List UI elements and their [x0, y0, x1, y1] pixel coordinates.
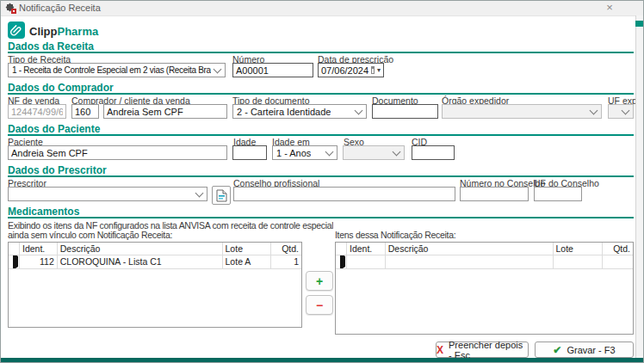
window-titlebar: Notificação Receita × [1, 1, 644, 16]
right-edge-strip [635, 15, 644, 358]
idade-em-value: 1 - Anos [276, 148, 311, 158]
cell-qtd [603, 255, 633, 268]
col-descricao: Descrição [386, 243, 554, 255]
tipo-documento-value: 2 - Carteira Identidade [237, 107, 331, 117]
section-divider [8, 175, 634, 177]
section-title-paciente: Dados do Paciente [8, 123, 100, 135]
section-title-medicamentos: Medicamentos [8, 206, 79, 218]
brand-name: ClippPharma [29, 25, 98, 38]
cid-input[interactable] [412, 145, 455, 160]
preencher-depois-label: Preencher depois - Esc [449, 340, 528, 360]
add-item-button[interactable]: + [306, 271, 333, 291]
table-header-row: Ident. Descrição Lote Qtd. [9, 243, 301, 255]
brand-bold: Clipp [29, 25, 58, 38]
document-icon [216, 189, 227, 202]
chevron-down-icon [355, 106, 363, 114]
chevron-down-icon [393, 147, 401, 156]
check-icon: ✔ [553, 344, 561, 356]
clipppharma-logo [8, 22, 25, 39]
col-qtd: Qtd. [603, 243, 633, 255]
window-title: Notificação Receita [19, 3, 101, 13]
conselho-profissional-input[interactable] [233, 187, 455, 201]
section-divider [8, 52, 634, 53]
col-lote: Lote [223, 243, 272, 255]
brand-accent: Pharma [58, 25, 99, 38]
gravar-button[interactable]: ✔ Gravar - F3 [535, 341, 634, 358]
nf-items-caption-line2: ainda sem vínculo com Notificação Receit… [8, 230, 333, 240]
col-ident: Ident. [347, 243, 386, 255]
x-icon: X [437, 344, 443, 356]
col-lote: Lote [554, 243, 604, 255]
prescritor-select[interactable] [8, 187, 207, 201]
cell-qtd: 1 [271, 255, 301, 268]
cell-lote [554, 255, 604, 268]
comprador-nome-input[interactable] [103, 104, 227, 119]
chevron-down-icon [325, 147, 334, 156]
paciente-input[interactable] [8, 145, 227, 160]
cell-ident [347, 255, 386, 268]
idade-input[interactable] [232, 145, 267, 160]
data-prescricao-value: 07/06/2024 [321, 65, 368, 76]
data-prescricao-input[interactable]: 07/06/2024 ▾ [318, 63, 384, 77]
section-title-comprador: Dados do Comprador [8, 82, 114, 94]
numero-input[interactable] [232, 63, 313, 77]
uf-conselho-input[interactable] [534, 187, 582, 201]
receita-items-caption: Itens dessa Notificação Receita: [335, 230, 628, 240]
chevron-down-icon [214, 65, 222, 73]
notificacao-receita-dialog: Notificação Receita × ClippPharma Dados … [0, 0, 644, 363]
chevron-down-icon: ▾ [377, 66, 381, 74]
calendar-icon [371, 66, 375, 74]
col-ident: Ident. [20, 243, 58, 255]
preencher-depois-button[interactable]: X Preencher depois - Esc [436, 341, 529, 358]
chevron-down-icon [590, 106, 598, 114]
plus-icon: + [316, 274, 323, 288]
documento-input[interactable] [372, 104, 438, 119]
orgao-expedidor-select[interactable] [442, 104, 602, 119]
gravar-label: Gravar - F3 [567, 345, 615, 355]
nf-venda-input[interactable] [8, 104, 66, 119]
section-divider [8, 134, 634, 136]
minus-icon: − [316, 298, 323, 312]
paperclip-icon [9, 23, 23, 37]
chevron-down-icon [195, 188, 204, 197]
col-qtd: Qtd. [271, 243, 301, 255]
novo-prescritor-button[interactable] [212, 186, 231, 205]
chevron-down-icon [622, 106, 630, 114]
row-marker-icon [340, 255, 345, 268]
numero-conselho-input[interactable] [460, 187, 529, 201]
app-icon [5, 3, 15, 13]
row-marker-icon [13, 255, 18, 268]
table-row[interactable]: 112 CLOROQUINA - Lista C1 Lote A 1 [9, 255, 301, 269]
close-icon[interactable]: × [603, 1, 616, 15]
tipo-receita-select[interactable]: 1 - Receita de Controle Especial em 2 vi… [8, 63, 226, 77]
section-divider [8, 217, 634, 218]
table-row[interactable] [336, 255, 633, 269]
idade-em-select[interactable]: 1 - Anos [272, 145, 337, 160]
footer-bar [1, 358, 644, 363]
right-edge-accent [635, 21, 644, 27]
tipo-receita-value: 1 - Receita de Controle Especial em 2 vi… [12, 65, 211, 75]
tipo-documento-select[interactable]: 2 - Carteira Identidade [232, 104, 367, 119]
nf-items-table: Ident. Descrição Lote Qtd. 112 CLOROQUIN… [8, 242, 302, 328]
table-header-row: Ident. Descrição Lote Qtd. [336, 243, 633, 255]
cell-descricao [386, 255, 554, 268]
comprador-codigo-input[interactable] [71, 104, 99, 119]
col-descricao: Descrição [58, 243, 223, 255]
section-title-prescritor: Dados do Prescritor [8, 164, 107, 176]
receita-items-table: Ident. Descrição Lote Qtd. [335, 242, 634, 335]
remove-item-button[interactable]: − [306, 295, 333, 315]
cell-ident: 112 [20, 255, 58, 268]
section-divider [8, 93, 634, 95]
section-title-receita: Dados da Receita [8, 40, 94, 52]
cell-lote: Lote A [223, 255, 272, 268]
uf-exp-select[interactable] [608, 104, 634, 119]
sexo-select[interactable] [343, 145, 405, 160]
cell-descricao: CLOROQUINA - Lista C1 [58, 255, 223, 268]
